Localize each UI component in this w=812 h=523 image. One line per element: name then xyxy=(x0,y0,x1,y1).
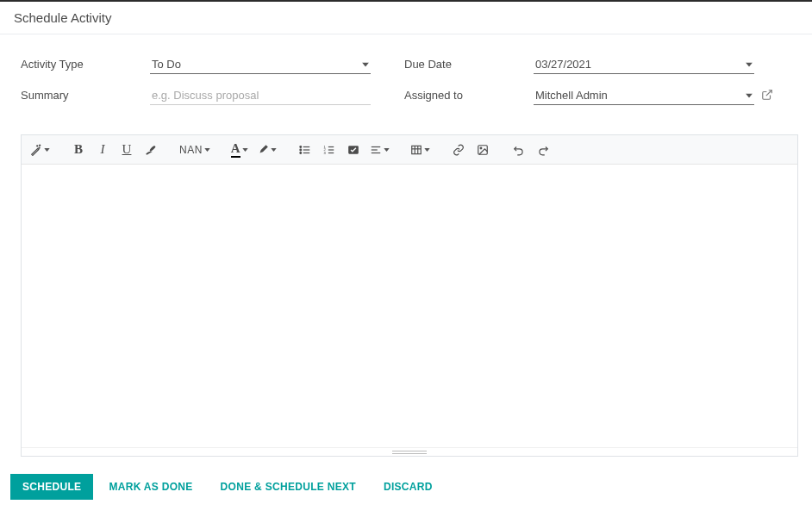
grip-icon xyxy=(392,451,427,454)
summary-field[interactable] xyxy=(150,86,371,105)
modal-footer: Schedule Mark as Done Done & Schedule Ne… xyxy=(0,464,812,514)
activity-type-field[interactable] xyxy=(150,55,371,74)
magic-wand-button[interactable] xyxy=(27,139,53,161)
modal-header: Schedule Activity xyxy=(0,2,812,34)
activity-type-group: Activity Type xyxy=(21,55,404,74)
discard-button[interactable]: Discard xyxy=(372,474,445,500)
font-color-button[interactable]: A xyxy=(228,139,252,161)
schedule-activity-modal: Schedule Activity Activity Type Due Date xyxy=(0,0,812,514)
link-button[interactable] xyxy=(447,139,470,161)
chevron-down-icon xyxy=(44,148,50,152)
align-button[interactable] xyxy=(366,139,393,161)
modal-body: Activity Type Due Date xyxy=(0,34,812,464)
undo-button[interactable] xyxy=(508,139,530,161)
due-date-label: Due Date xyxy=(404,55,534,71)
chevron-down-icon xyxy=(384,148,390,152)
unordered-list-button[interactable] xyxy=(294,139,316,161)
page-title: Schedule Activity xyxy=(14,10,111,25)
due-date-group: Due Date xyxy=(404,55,798,74)
table-button[interactable] xyxy=(407,139,434,161)
chevron-down-icon xyxy=(424,148,430,152)
svg-point-22 xyxy=(480,147,482,149)
italic-button[interactable]: I xyxy=(91,139,114,161)
underline-button[interactable]: U xyxy=(116,139,138,161)
ordered-list-button[interactable]: 123 xyxy=(318,139,340,161)
done-and-schedule-next-button[interactable]: Done & Schedule Next xyxy=(209,474,368,500)
summary-input[interactable] xyxy=(150,86,371,105)
assigned-to-field[interactable] xyxy=(534,86,754,105)
remove-format-button[interactable] xyxy=(140,139,162,161)
summary-label: Summary xyxy=(21,86,150,102)
chevron-down-icon xyxy=(271,148,277,152)
due-date-input[interactable] xyxy=(534,55,754,74)
assigned-to-label: Assigned to xyxy=(404,86,534,102)
schedule-button[interactable]: Schedule xyxy=(10,474,93,500)
svg-line-0 xyxy=(766,90,771,95)
checklist-button[interactable] xyxy=(342,139,365,161)
image-button[interactable] xyxy=(472,139,494,161)
mark-as-done-button[interactable]: Mark as Done xyxy=(97,474,204,500)
activity-type-input[interactable] xyxy=(150,55,371,74)
summary-group: Summary xyxy=(21,86,404,105)
editor-content[interactable] xyxy=(22,165,797,447)
assigned-to-group: Assigned to xyxy=(404,86,798,105)
editor-resize-handle[interactable] xyxy=(22,447,797,456)
chevron-down-icon xyxy=(242,148,248,152)
svg-rect-17 xyxy=(411,146,421,153)
chevron-down-icon xyxy=(204,148,210,152)
due-date-field[interactable] xyxy=(534,55,754,74)
rich-text-editor: B I U NAN A xyxy=(21,134,798,457)
editor-toolbar: B I U NAN A xyxy=(22,135,797,165)
form-row-2: Summary Assigned to xyxy=(21,86,798,105)
bold-button[interactable]: B xyxy=(67,139,90,161)
svg-point-6 xyxy=(300,152,302,153)
svg-point-5 xyxy=(300,149,302,151)
font-size-label: NAN xyxy=(179,144,203,156)
svg-text:3: 3 xyxy=(323,150,326,154)
form-row-1: Activity Type Due Date xyxy=(21,55,798,74)
assigned-to-input[interactable] xyxy=(534,86,754,105)
redo-button[interactable] xyxy=(532,139,554,161)
highlight-color-button[interactable] xyxy=(253,139,280,161)
activity-type-label: Activity Type xyxy=(21,55,150,71)
svg-point-4 xyxy=(300,146,302,147)
font-size-button[interactable]: NAN xyxy=(176,139,214,161)
external-link-button[interactable] xyxy=(761,89,773,103)
